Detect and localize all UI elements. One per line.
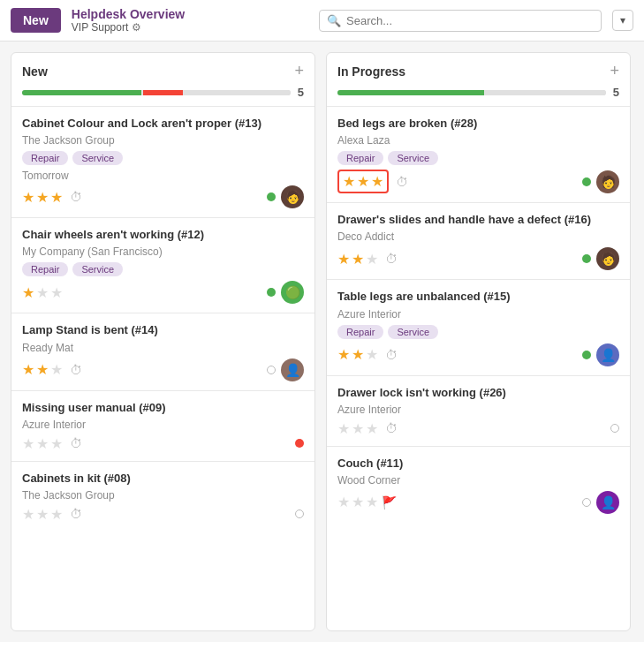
card-p4[interactable]: Drawer lock isn't working (#26) Azure In… bbox=[327, 375, 630, 446]
card-tags: RepairService bbox=[337, 325, 619, 339]
star-empty: ★ bbox=[50, 361, 63, 378]
card-c5[interactable]: Cabinets in kit (#08) The Jackson Group … bbox=[11, 461, 314, 532]
footer-right bbox=[295, 509, 304, 518]
progress-bar: 5 bbox=[11, 86, 314, 106]
card-footer: ★★★ ⏱ bbox=[337, 420, 619, 437]
footer-left: ★★★ 🚩 bbox=[337, 494, 397, 510]
column-count: 5 bbox=[613, 86, 619, 99]
card-title: Lamp Stand is bent (#14) bbox=[22, 322, 304, 338]
card-tags: RepairService bbox=[337, 151, 619, 165]
footer-right: 🧑 bbox=[582, 170, 619, 193]
star-filled: ★ bbox=[352, 346, 364, 363]
card-c3[interactable]: Lamp Stand is bent (#14) Ready Mat ★★★ ⏱… bbox=[11, 313, 314, 389]
star-filled: ★ bbox=[22, 284, 34, 301]
star-filled: ★ bbox=[36, 361, 49, 378]
star-empty: ★ bbox=[366, 346, 378, 363]
clock-icon: ⏱ bbox=[70, 363, 82, 377]
stars: ★★★ bbox=[22, 189, 63, 206]
tag: Service bbox=[388, 325, 438, 339]
progress-bar: 5 bbox=[327, 86, 630, 106]
card-title: Missing user manual (#09) bbox=[22, 400, 304, 416]
status-dot-empty bbox=[267, 366, 276, 374]
add-card-button[interactable]: + bbox=[294, 62, 304, 80]
search-input[interactable] bbox=[346, 14, 594, 27]
footer-left: ★★★ ⏱ bbox=[22, 435, 82, 452]
status-dot-empty bbox=[610, 424, 619, 433]
column-count: 5 bbox=[298, 86, 304, 99]
star-empty: ★ bbox=[36, 435, 49, 452]
card-p2[interactable]: Drawer's slides and handle have a defect… bbox=[327, 202, 630, 279]
footer-left: ★★★ ⏱ bbox=[337, 420, 398, 437]
star-filled: ★ bbox=[22, 361, 34, 378]
card-c4[interactable]: Missing user manual (#09) Azure Interior… bbox=[11, 390, 314, 461]
card-title: Drawer's slides and handle have a defect… bbox=[337, 212, 619, 228]
avatar: 🟢 bbox=[281, 281, 304, 304]
card-title: Bed legs are broken (#28) bbox=[337, 116, 619, 132]
footer-left: ★★★ ⏱ bbox=[337, 251, 398, 268]
search-bar[interactable]: 🔍 bbox=[319, 10, 602, 32]
search-icon: 🔍 bbox=[327, 14, 341, 27]
stars-highlighted: ★★★ bbox=[337, 170, 389, 193]
card-p5[interactable]: Couch (#11) Wood Corner ★★★ 🚩 👤 bbox=[327, 446, 630, 523]
star-empty: ★ bbox=[50, 506, 63, 523]
card-footer: ★★★ ⏱ 🧑 bbox=[22, 185, 304, 208]
star-empty: ★ bbox=[36, 284, 49, 301]
card-company: Deco Addict bbox=[337, 230, 619, 243]
card-p1[interactable]: Bed legs are broken (#28) Alexa Laza Rep… bbox=[327, 106, 630, 202]
column-header: In Progress + bbox=[327, 53, 630, 86]
card-c2[interactable]: Chair wheels aren't working (#12) My Com… bbox=[11, 217, 314, 313]
footer-left: ★★★ ⏱ bbox=[22, 506, 82, 523]
status-dot-green bbox=[267, 288, 276, 297]
star-filled: ★ bbox=[343, 173, 355, 190]
avatar: 🧑 bbox=[281, 185, 304, 208]
card-footer: ★★★ ⏱ bbox=[22, 435, 304, 452]
star-empty: ★ bbox=[337, 420, 350, 437]
tag: Service bbox=[72, 262, 123, 276]
avatar: 👤 bbox=[596, 491, 619, 514]
card-title: Cabinets in kit (#08) bbox=[22, 471, 304, 487]
star-empty: ★ bbox=[352, 494, 364, 510]
card-footer: ★★★ ⏱ 👤 bbox=[337, 343, 619, 366]
status-dot-empty bbox=[582, 498, 591, 507]
clock-icon: ⏱ bbox=[396, 175, 408, 189]
clock-icon: ⏱ bbox=[70, 507, 82, 521]
progress-segment-green bbox=[337, 90, 484, 95]
clock-icon: ⏱ bbox=[385, 421, 398, 435]
progress-segment-gray bbox=[486, 90, 606, 95]
card-tags: RepairService bbox=[22, 151, 304, 165]
card-c1[interactable]: Cabinet Colour and Lock aren't proper (#… bbox=[11, 106, 314, 217]
footer-right bbox=[295, 439, 304, 448]
star-empty: ★ bbox=[22, 506, 34, 523]
card-title: Chair wheels aren't working (#12) bbox=[22, 227, 304, 243]
footer-left: ★★★ ⏱ bbox=[22, 189, 82, 206]
stars: ★★★ bbox=[337, 494, 378, 510]
sub-name: VIP Support ⚙ bbox=[72, 21, 185, 34]
card-footer: ★★★ ⏱ 👤 bbox=[22, 358, 304, 381]
clock-icon: ⏱ bbox=[70, 190, 82, 204]
card-company: My Company (San Francisco) bbox=[22, 245, 304, 258]
status-dot-green bbox=[582, 351, 591, 359]
card-footer: ★★★ 🚩 👤 bbox=[337, 491, 619, 514]
card-company: Alexa Laza bbox=[337, 134, 619, 147]
avatar: 🧑 bbox=[596, 170, 619, 193]
stars: ★★★ bbox=[337, 420, 378, 437]
add-card-button[interactable]: + bbox=[610, 62, 619, 80]
gear-icon[interactable]: ⚙ bbox=[132, 21, 141, 34]
app-name: Helpdesk Overview bbox=[72, 7, 185, 21]
card-company: Azure Interior bbox=[22, 419, 304, 431]
new-button[interactable]: New bbox=[11, 8, 61, 33]
stars: ★★★ bbox=[337, 346, 378, 363]
progress-track bbox=[337, 90, 606, 95]
footer-right bbox=[610, 424, 619, 433]
card-title: Cabinet Colour and Lock aren't proper (#… bbox=[22, 116, 304, 132]
card-p3[interactable]: Table legs are unbalanced (#15) Azure In… bbox=[327, 279, 630, 374]
tag: Repair bbox=[22, 262, 68, 276]
card-company: The Jackson Group bbox=[22, 489, 304, 502]
footer-right: 🧑 bbox=[267, 185, 304, 208]
progress-segment-gray bbox=[185, 90, 291, 95]
footer-left: ★★★ ⏱ bbox=[337, 346, 398, 363]
search-dropdown-button[interactable]: ▾ bbox=[612, 10, 633, 31]
stars: ★★★ bbox=[22, 506, 63, 523]
star-empty: ★ bbox=[366, 251, 378, 268]
footer-right: 👤 bbox=[267, 358, 304, 381]
